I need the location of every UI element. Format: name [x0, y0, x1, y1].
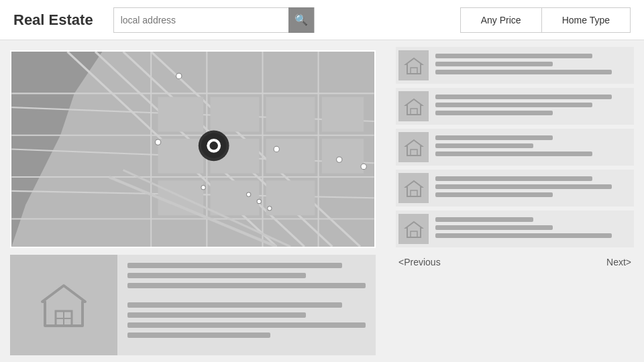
svg-point-32: [337, 157, 342, 162]
svg-rect-22: [158, 180, 204, 215]
svg-point-30: [155, 139, 160, 145]
listing-thumb-2: [398, 91, 429, 121]
svg-marker-50: [406, 99, 422, 115]
search-icon: 🔍: [294, 13, 308, 26]
svg-point-35: [247, 192, 251, 196]
svg-marker-52: [406, 140, 422, 156]
detail-line-2: [127, 273, 306, 278]
house-icon-small-4: [404, 179, 424, 198]
svg-point-31: [274, 146, 279, 152]
svg-point-34: [201, 186, 205, 190]
listing-thumb-4: [398, 173, 429, 203]
svg-marker-48: [406, 58, 422, 74]
detail-line-5: [127, 312, 306, 318]
detail-line-1: [127, 263, 342, 268]
house-icon-small-3: [404, 138, 424, 157]
detail-line-6: [127, 322, 366, 328]
house-icon-large: [37, 280, 91, 330]
detail-line-3: [127, 283, 366, 288]
svg-marker-54: [406, 181, 422, 196]
svg-point-41: [209, 141, 217, 149]
listing-item[interactable]: [396, 210, 634, 247]
listing-item[interactable]: [396, 88, 634, 125]
map-svg: [11, 52, 374, 247]
svg-rect-55: [411, 190, 417, 196]
svg-point-36: [257, 199, 261, 203]
listing-thumb-1: [398, 50, 429, 80]
svg-rect-49: [411, 68, 417, 74]
svg-point-33: [361, 164, 366, 169]
detail-line-4: [127, 302, 342, 308]
search-bar: 🔍: [113, 7, 315, 33]
featured-listing-details: [117, 255, 376, 355]
house-icon-small-5: [404, 220, 424, 239]
listing-thumb-5: [398, 214, 429, 244]
main-content: <Previous Next>: [0, 40, 644, 362]
svg-rect-28: [322, 139, 364, 174]
listing-info-5: [435, 217, 631, 241]
listing-info-1: [435, 54, 631, 78]
featured-listing-image: [10, 255, 117, 355]
svg-rect-57: [411, 231, 417, 237]
svg-point-37: [268, 206, 272, 210]
svg-rect-20: [158, 139, 204, 174]
listing-item[interactable]: [396, 129, 634, 166]
home-type-filter-button[interactable]: Home Type: [541, 7, 631, 33]
svg-rect-19: [210, 97, 259, 132]
search-input[interactable]: [114, 15, 288, 25]
listing-item[interactable]: [396, 170, 634, 206]
svg-rect-25: [266, 139, 315, 174]
svg-rect-26: [266, 180, 315, 215]
search-button[interactable]: 🔍: [288, 7, 314, 33]
listing-info-4: [435, 176, 631, 200]
map-container[interactable]: [10, 50, 376, 248]
header: Real Estate 🔍 Any Price Home Type: [0, 0, 644, 40]
listing-thumb-3: [398, 132, 429, 162]
listing-item[interactable]: [396, 47, 634, 84]
svg-rect-53: [411, 149, 417, 156]
app-title: Real Estate: [13, 11, 93, 29]
next-page-button[interactable]: Next>: [606, 257, 631, 267]
detail-line-7: [127, 333, 270, 338]
svg-rect-18: [158, 97, 204, 132]
svg-rect-23: [210, 180, 259, 215]
price-filter-button[interactable]: Any Price: [460, 7, 541, 33]
filter-buttons: Any Price Home Type: [460, 7, 631, 33]
svg-rect-51: [411, 109, 417, 115]
svg-rect-24: [266, 97, 315, 132]
house-icon-small-2: [404, 97, 424, 116]
prev-page-button[interactable]: <Previous: [398, 257, 441, 267]
house-icon-small-1: [404, 56, 424, 75]
svg-rect-27: [322, 97, 364, 132]
listing-info-3: [435, 135, 631, 160]
svg-point-29: [176, 73, 182, 78]
featured-listing[interactable]: [10, 255, 376, 355]
pagination: <Previous Next>: [396, 251, 634, 273]
svg-marker-56: [406, 222, 422, 237]
listing-info-2: [435, 95, 631, 119]
left-panel: [0, 40, 386, 362]
right-panel: <Previous Next>: [386, 40, 644, 362]
